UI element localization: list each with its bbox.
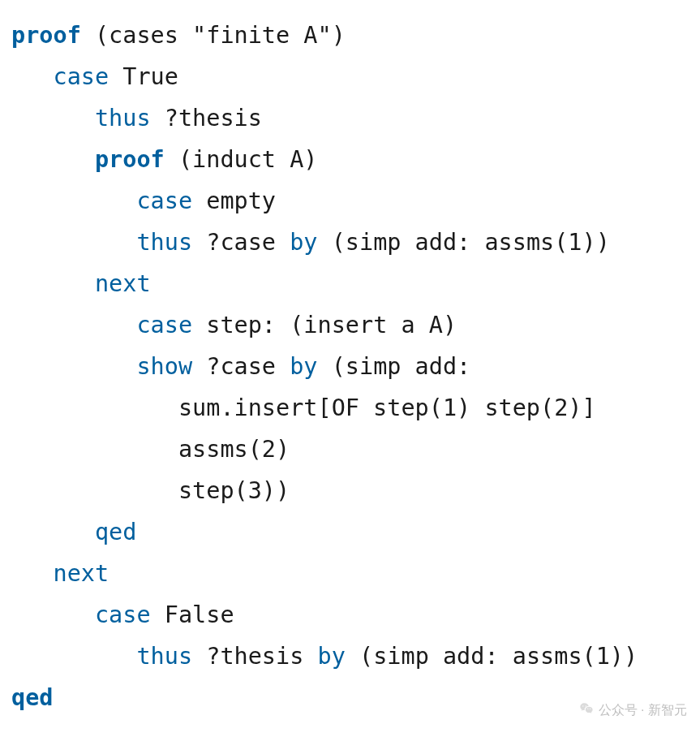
code-token: step(3)) [178, 477, 290, 504]
code-line: thus ?thesis by (simp add: assms(1)) [11, 636, 689, 677]
code-line: proof (induct A) [11, 139, 689, 180]
code-token: False [151, 601, 234, 628]
code-token: (simp add: assms(1)) [346, 643, 638, 670]
code-token: thus [136, 229, 192, 256]
code-line: show ?case by (simp add: [11, 346, 689, 387]
code-line: case step: (insert a A) [11, 304, 689, 346]
code-token: proof [95, 146, 165, 173]
code-token: True [109, 63, 178, 90]
code-token: by [318, 643, 346, 670]
code-token: case [95, 601, 151, 628]
code-token: by [290, 353, 317, 380]
code-token: show [136, 353, 192, 380]
code-token: assms(2) [178, 436, 290, 463]
code-line: next [11, 553, 689, 594]
code-line: proof (cases "finite A") [11, 15, 689, 56]
code-token: case [53, 63, 109, 90]
code-line: case empty [11, 180, 689, 222]
code-token: case [136, 187, 192, 214]
code-line: assms(2) [11, 429, 689, 470]
code-token: by [290, 229, 317, 256]
code-token: step: (insert a A) [192, 312, 457, 338]
code-token: (induct A) [165, 146, 318, 173]
code-token: sum.insert[OF step(1) step(2)] [178, 394, 596, 421]
code-line: case True [11, 56, 689, 97]
code-token: proof [11, 22, 81, 49]
code-token: ?thesis [151, 105, 262, 131]
code-block: proof (cases "finite A") case True thus … [0, 0, 700, 733]
code-line: sum.insert[OF step(1) step(2)] [11, 387, 689, 429]
code-token: ?case [192, 229, 290, 256]
code-token: qed [11, 684, 53, 711]
code-token: case [136, 312, 192, 338]
code-token: next [95, 270, 151, 297]
code-line: thus ?thesis [11, 97, 689, 139]
code-line: next [11, 263, 689, 304]
code-token: (cases "finite A") [81, 22, 346, 49]
code-line: step(3)) [11, 470, 689, 511]
code-line: case False [11, 594, 689, 636]
code-token: (simp add: assms(1)) [318, 229, 610, 256]
code-token: (simp add: [318, 353, 471, 380]
code-line: qed [11, 511, 689, 553]
code-token: empty [192, 187, 276, 214]
code-token: next [53, 560, 109, 587]
code-line: qed [11, 677, 689, 718]
code-token: ?thesis [192, 643, 317, 670]
code-token: ?case [192, 353, 290, 380]
code-token: thus [136, 643, 192, 670]
code-token: thus [95, 105, 151, 131]
code-line: thus ?case by (simp add: assms(1)) [11, 222, 689, 263]
code-token: qed [95, 519, 136, 545]
